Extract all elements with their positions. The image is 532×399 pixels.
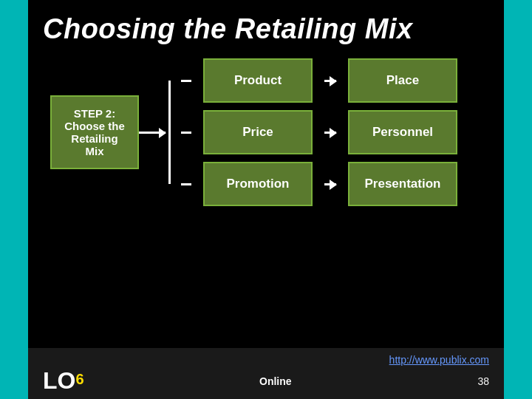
step2-label: STEP 2: Choose the Retailing Mix bbox=[62, 107, 127, 157]
arrow-product-place bbox=[324, 80, 336, 82]
h-connector-3 bbox=[181, 183, 191, 185]
h-connector-2 bbox=[181, 132, 191, 134]
presentation-label: Presentation bbox=[365, 177, 441, 191]
box-product: Product bbox=[203, 58, 313, 103]
lo-prefix: LO bbox=[43, 367, 75, 394]
box-place: Place bbox=[348, 58, 457, 103]
arrow-line bbox=[139, 132, 166, 134]
box-presentation: Presentation bbox=[348, 162, 457, 206]
main-content: Choosing the Retailing Mix STEP 2: Choos… bbox=[28, 0, 504, 399]
box-personnel: Personnel bbox=[348, 110, 457, 154]
grid-row-3: Promotion Presentation bbox=[181, 162, 457, 206]
row-arrow-1 bbox=[324, 80, 336, 82]
diagram: STEP 2: Choose the Retailing Mix Product… bbox=[50, 58, 489, 206]
online-row: LO6 Online 38 bbox=[43, 367, 489, 395]
grid-row-2: Price Personnel bbox=[181, 110, 457, 154]
main-arrow bbox=[139, 132, 166, 134]
publix-link[interactable]: http://www.publix.com bbox=[389, 354, 489, 366]
box-price: Price bbox=[203, 110, 313, 154]
step2-box: STEP 2: Choose the Retailing Mix bbox=[50, 95, 139, 169]
grid-row-1: Product Place bbox=[181, 58, 457, 103]
right-accent-bar bbox=[504, 0, 532, 399]
row-arrow-2 bbox=[324, 132, 336, 134]
lo-badge: LO6 bbox=[43, 367, 84, 395]
left-accent-bar bbox=[0, 0, 28, 399]
promotion-label: Promotion bbox=[227, 177, 290, 191]
price-label: Price bbox=[242, 125, 273, 140]
page-title: Choosing the Retailing Mix bbox=[43, 13, 489, 45]
product-label: Product bbox=[234, 73, 282, 88]
footer: http://www.publix.com LO6 Online 38 bbox=[28, 348, 504, 399]
lo-superscript: 6 bbox=[75, 371, 83, 387]
h-connector-1 bbox=[181, 80, 191, 82]
online-label: Online bbox=[84, 375, 467, 387]
place-label: Place bbox=[386, 73, 419, 88]
box-promotion: Promotion bbox=[203, 162, 313, 206]
arrow-price-personnel bbox=[324, 132, 336, 134]
arrow-promotion-presentation bbox=[324, 183, 336, 185]
vertical-connector-line bbox=[168, 81, 171, 184]
personnel-label: Personnel bbox=[372, 125, 433, 140]
page-number: 38 bbox=[467, 375, 489, 387]
row-arrow-3 bbox=[324, 183, 336, 185]
